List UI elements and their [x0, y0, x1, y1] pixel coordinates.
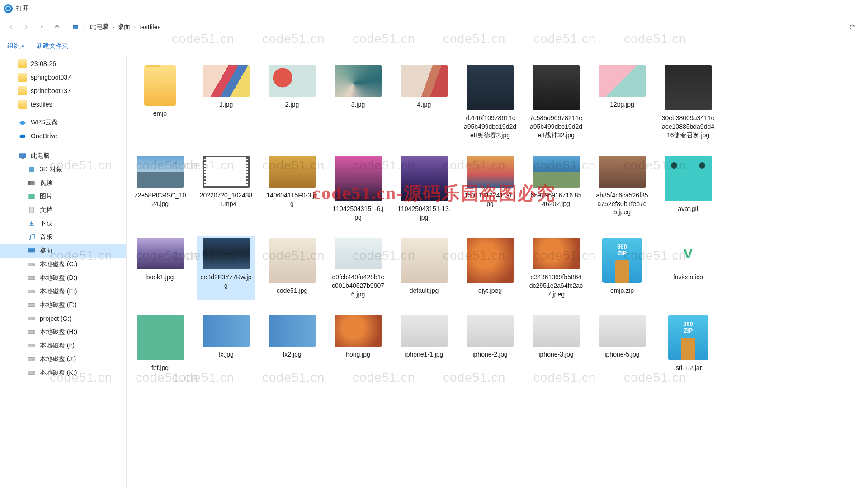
sidebar-drive[interactable]: 本地磁盘 (E:): [0, 285, 126, 298]
file-name: fx2.jpg: [283, 350, 301, 359]
drive-icon: [27, 355, 36, 364]
sidebar-cloud-wps[interactable]: WPS云盘: [0, 116, 126, 129]
sidebar-cloud-onedrive[interactable]: OneDrive: [0, 129, 126, 143]
sidebar-drive[interactable]: 本地磁盘 (H:): [0, 325, 126, 339]
sidebar-recent-folder[interactable]: 23-08-26: [0, 57, 126, 70]
file-item[interactable]: 7c585d90978211ea95b499dbc19d2de8战神32.jpg: [527, 63, 585, 141]
file-item[interactable]: 30eb38009a3411eace10885bda9dd416使命召唤.jpg: [659, 63, 717, 141]
file-item[interactable]: fx.jpg: [197, 313, 255, 374]
file-item[interactable]: d9fcb449fa428b1cc001b40527b99076.jpg: [329, 236, 387, 300]
sidebar-item-music[interactable]: 音乐: [0, 230, 126, 244]
file-item[interactable]: fx2.jpg: [263, 313, 321, 374]
file-item[interactable]: avat.gif: [659, 154, 717, 224]
back-button[interactable]: [5, 21, 17, 33]
forward-button[interactable]: [20, 21, 33, 33]
drive-icon: [27, 341, 36, 350]
breadcrumb-seg[interactable]: 桌面: [115, 22, 133, 32]
file-item[interactable]: emjo: [131, 63, 189, 141]
sidebar-drive[interactable]: 本地磁盘 (I:): [0, 339, 126, 352]
file-item[interactable]: 360 ZIPjstl-1.2.jar: [659, 313, 717, 374]
file-thumbnail: [533, 315, 580, 347]
file-item[interactable]: 360 ZIPemjo.zip: [593, 236, 651, 300]
sidebar-recent-folder[interactable]: springboot137: [0, 84, 126, 98]
sidebar-drive[interactable]: 本地磁盘 (K:): [0, 366, 126, 380]
file-item[interactable]: default.jpg: [395, 236, 453, 300]
file-item[interactable]: 4.jpg: [395, 63, 453, 141]
file-item[interactable]: favicon.ico: [659, 236, 717, 300]
sidebar-recent-folder[interactable]: springboot037: [0, 70, 126, 84]
svg-point-18: [33, 277, 34, 278]
recent-dropdown[interactable]: ▾: [35, 21, 48, 33]
file-name: ce8d2F3Yz7Rw.jpg: [199, 273, 253, 290]
sidebar-drive[interactable]: 本地磁盘 (C:): [0, 258, 126, 271]
file-thumbnail: [203, 156, 250, 188]
tree-item-label: 文档: [40, 206, 52, 214]
file-name: 1.jpg: [219, 100, 233, 109]
sidebar-item-3d[interactable]: 3D 对象: [0, 163, 126, 176]
file-item[interactable]: 659796916716 8546202.jpg: [527, 154, 585, 224]
sidebar-drive[interactable]: 本地磁盘 (D:): [0, 271, 126, 285]
chevron-right-icon: ›: [112, 24, 115, 30]
file-thumbnail: [335, 65, 382, 97]
file-item[interactable]: 110425043151-13.jpg: [395, 154, 453, 224]
sidebar-drive[interactable]: 本地磁盘 (F:): [0, 298, 126, 312]
folder-icon: [18, 73, 27, 82]
file-item[interactable]: book1.jpg: [131, 236, 189, 300]
file-item[interactable]: 150113122411-1.jpg: [461, 154, 519, 224]
tree-item-label: 3D 对象: [40, 165, 62, 174]
file-thumbnail: [599, 315, 646, 347]
file-item[interactable]: 1.jpg: [197, 63, 255, 141]
file-item[interactable]: 140604115F0-3.jpg: [263, 154, 321, 224]
up-button[interactable]: [51, 21, 63, 33]
folder-icon: [18, 86, 27, 95]
tree-item-label: 图片: [40, 192, 52, 201]
sidebar-item-pictures[interactable]: 图片: [0, 190, 126, 203]
refresh-button[interactable]: [844, 24, 860, 30]
svg-point-24: [33, 318, 34, 319]
file-item[interactable]: 3.jpg: [329, 63, 387, 141]
sidebar-item-desktop[interactable]: 桌面: [0, 244, 126, 258]
file-item[interactable]: 12bg.jpg: [593, 63, 651, 141]
organize-button[interactable]: 组织▾: [7, 42, 24, 50]
file-thumbnail: [467, 315, 514, 347]
file-item[interactable]: hong.jpg: [329, 313, 387, 374]
svg-point-16: [33, 264, 34, 265]
sidebar-item-docs[interactable]: 文档: [0, 203, 126, 217]
file-item[interactable]: iphone-5.jpg: [593, 313, 651, 374]
breadcrumb-seg[interactable]: 此电脑: [87, 22, 112, 32]
file-item[interactable]: 7b146f10978611ea95b499dbc19d2de8奥德赛2.jpg: [461, 63, 519, 141]
new-folder-button[interactable]: 新建文件夹: [37, 42, 68, 50]
drive-icon: [27, 260, 36, 269]
address-bar[interactable]: › 此电脑›桌面›testfiles: [66, 20, 863, 34]
file-pane[interactable]: emjo1.jpg2.jpg3.jpg4.jpg7b146f10978611ea…: [127, 55, 868, 488]
sidebar-recent-folder[interactable]: testfiles: [0, 98, 126, 111]
drive-icon: [27, 328, 36, 337]
file-item[interactable]: 72e58PICRSC_1024.jpg: [131, 154, 189, 224]
file-item[interactable]: ce8d2F3Yz7Rw.jpg: [197, 236, 255, 300]
file-thumbnail: [137, 156, 184, 188]
file-item[interactable]: djyt.jpeg: [461, 236, 519, 300]
file-name: 3.jpg: [351, 100, 365, 109]
sidebar-drive[interactable]: 本地磁盘 (J:): [0, 352, 126, 366]
app-icon: [4, 4, 13, 13]
file-item[interactable]: ab85f4c6ca526f35a752ef80b1feb7d5.jpeg: [593, 154, 651, 224]
sidebar-drive[interactable]: project (G:): [0, 312, 126, 325]
file-item[interactable]: 110425043151-6.jpg: [329, 154, 387, 224]
file-item[interactable]: 20220720_102438_1.mp4: [197, 154, 255, 224]
file-item[interactable]: code51.jpg: [263, 236, 321, 300]
file-item[interactable]: 2.jpg: [263, 63, 321, 141]
file-name: 20220720_102438_1.mp4: [199, 191, 253, 208]
sidebar-this-pc[interactable]: 此电脑: [0, 149, 126, 163]
tree-item-label: 本地磁盘 (I:): [40, 342, 75, 350]
sidebar-item-video[interactable]: 视频: [0, 176, 126, 190]
breadcrumb-seg[interactable]: testfiles: [137, 23, 163, 32]
file-name: iphone-2.jpg: [472, 350, 507, 359]
file-item[interactable]: iphone-2.jpg: [461, 313, 519, 374]
file-item[interactable]: iphone1-1.jpg: [395, 313, 453, 374]
file-item[interactable]: iphone-3.jpg: [527, 313, 585, 374]
file-item[interactable]: e34361369fb5864dc2951e2a64fc2ac7.jpeg: [527, 236, 585, 300]
sidebar-item-downloads[interactable]: 下载: [0, 217, 126, 230]
path-root-icon[interactable]: [69, 23, 82, 32]
file-item[interactable]: fbf.jpg: [131, 313, 189, 374]
svg-point-12: [29, 239, 30, 240]
